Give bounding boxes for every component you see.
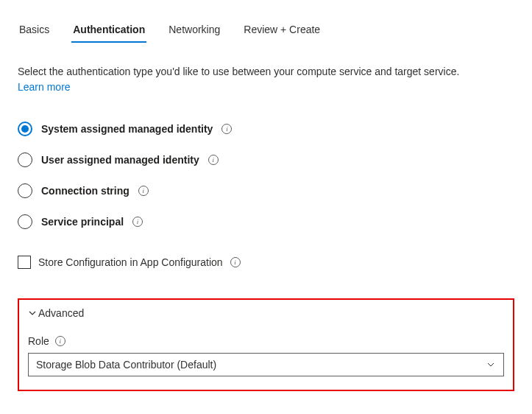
info-icon[interactable] [132,217,143,227]
description-text: Select the authentication type you'd lik… [18,64,489,95]
tab-networking[interactable]: Networking [167,18,221,43]
radio-label-user: User assigned managed identity [41,154,199,166]
radio-system-assigned[interactable] [18,122,32,136]
chevron-down-icon [486,359,496,370]
info-icon[interactable] [230,257,241,267]
info-icon[interactable] [55,336,65,346]
advanced-toggle[interactable]: Advanced [28,307,504,319]
advanced-section: Advanced Role Storage Blob Data Contribu… [18,298,514,391]
radio-service-principal[interactable] [18,214,32,229]
radio-label-service-principal: Service principal [41,216,124,228]
store-config-label: Store Configuration in App Configuration [38,256,223,268]
radio-label-system: System assigned managed identity [41,123,213,135]
tab-authentication[interactable]: Authentication [71,18,146,43]
info-icon[interactable] [138,186,149,196]
role-label-text: Role [28,335,49,347]
tab-review-create[interactable]: Review + Create [242,18,322,43]
role-dropdown[interactable]: Storage Blob Data Contributor (Default) [28,353,504,376]
role-field-label: Role [28,335,504,347]
chevron-down-icon [28,309,37,317]
auth-type-radio-group: System assigned managed identity User as… [18,122,514,229]
radio-user-assigned[interactable] [18,152,32,167]
learn-more-link[interactable]: Learn more [18,81,71,93]
radio-connection-string[interactable] [18,183,32,198]
advanced-label: Advanced [38,307,84,319]
tab-basics[interactable]: Basics [18,18,51,43]
tab-bar: Basics Authentication Networking Review … [18,18,514,43]
store-config-checkbox[interactable] [18,256,31,269]
radio-row-system: System assigned managed identity [18,122,514,136]
info-icon[interactable] [208,155,219,165]
description-body: Select the authentication type you'd lik… [18,66,459,77]
role-dropdown-value: Storage Blob Data Contributor (Default) [36,359,216,371]
radio-row-connection-string: Connection string [18,183,514,198]
radio-label-connection-string: Connection string [41,185,130,197]
info-icon[interactable] [221,124,232,134]
radio-row-service-principal: Service principal [18,214,514,229]
radio-row-user: User assigned managed identity [18,152,514,167]
store-config-row: Store Configuration in App Configuration [18,256,514,269]
